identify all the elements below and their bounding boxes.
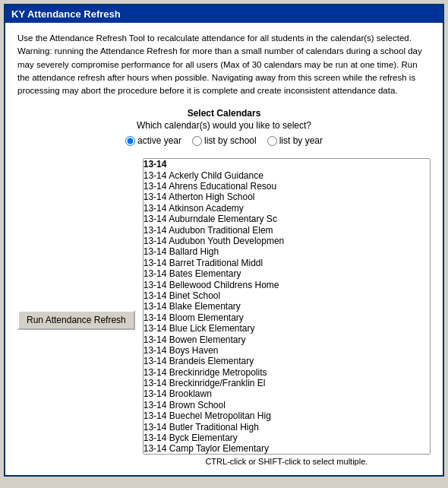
list-item[interactable]: 13-14 Blake Elementary	[144, 301, 430, 312]
list-item[interactable]: 13-14 Bates Elementary	[144, 268, 430, 279]
list-item[interactable]: 13-14 Bowen Elementary	[144, 334, 430, 345]
list-item[interactable]: 13-14 Ackerly Child Guidance	[144, 170, 430, 181]
select-calendars-section: Select Calendars Which calendar(s) would…	[17, 108, 431, 151]
list-item[interactable]: 13-14 Brown School	[144, 400, 430, 410]
window-title: KY Attendance Refresh	[11, 8, 121, 20]
radio-active-year-label: active year	[137, 135, 181, 146]
list-item[interactable]: 13-14 Camp Taylor Elementary	[144, 443, 430, 454]
hint-text: CTRL-click or SHIFT-click to select mult…	[143, 457, 431, 466]
list-item[interactable]: 13-14 Auburndale Elementary Sc	[144, 214, 430, 224]
list-item[interactable]: 13-14 Ahrens Educational Resou	[144, 181, 430, 192]
main-window: KY Attendance Refresh Use the Attendance…	[4, 4, 444, 477]
list-item[interactable]: 13-14 Byck Elementary	[144, 433, 430, 443]
list-container: 13-1413-14 Ackerly Child Guidance13-14 A…	[143, 158, 431, 466]
list-item[interactable]: 13-14 Bellewood Childrens Home	[144, 280, 430, 290]
list-item[interactable]: 13-14 Barret Traditional Middl	[144, 258, 430, 268]
radio-list-by-school[interactable]: list by school	[192, 135, 257, 146]
list-item[interactable]: 13-14 Atkinson Academy	[144, 203, 430, 214]
radio-list-by-year[interactable]: list by year	[267, 135, 323, 146]
radio-active-year-input[interactable]	[125, 136, 135, 146]
warning-text: Use the Attendance Refresh Tool to recal…	[17, 32, 431, 97]
radio-list-by-year-label: list by year	[279, 135, 323, 146]
list-item[interactable]: 13-14 Buechel Metropolitan Hig	[144, 410, 430, 421]
radio-list-by-year-input[interactable]	[267, 136, 277, 146]
list-item[interactable]: 13-14 Atherton High School	[144, 192, 430, 202]
list-item[interactable]: 13-14 Binet School	[144, 290, 430, 301]
select-subtitle: Which calendar(s) would you like to sele…	[137, 120, 311, 131]
run-refresh-button[interactable]: Run Attendance Refresh	[17, 310, 135, 330]
list-item[interactable]: 13-14	[144, 159, 430, 170]
radio-active-year[interactable]: active year	[125, 135, 181, 146]
title-bar: KY Attendance Refresh	[5, 5, 443, 23]
list-item[interactable]: 13-14 Bloom Elementary	[144, 312, 430, 323]
left-column: Run Attendance Refresh	[17, 158, 135, 330]
list-item[interactable]: 13-14 Boys Haven	[144, 345, 430, 356]
main-area: Run Attendance Refresh 13-1413-14 Ackerl…	[17, 158, 431, 466]
calendar-list[interactable]: 13-1413-14 Ackerly Child Guidance13-14 A…	[143, 158, 431, 455]
radio-list-by-school-input[interactable]	[192, 136, 202, 146]
list-item[interactable]: 13-14 Breckinridge Metropolits	[144, 367, 430, 378]
list-item[interactable]: 13-14 Breckinridge/Franklin El	[144, 378, 430, 388]
radio-list-by-school-label: list by school	[204, 135, 257, 146]
list-item[interactable]: 13-14 Audubon Traditional Elem	[144, 225, 430, 236]
list-item[interactable]: 13-14 Blue Lick Elementary	[144, 323, 430, 334]
radio-group: active year list by school list by year	[125, 135, 323, 146]
select-title: Select Calendars	[188, 108, 261, 119]
list-item[interactable]: 13-14 Brandeis Elementary	[144, 356, 430, 366]
list-item[interactable]: 13-14 Butler Traditional High	[144, 422, 430, 433]
list-item[interactable]: 13-14 Audubon Youth Developmen	[144, 236, 430, 246]
list-item[interactable]: 13-14 Ballard High	[144, 246, 430, 257]
list-item[interactable]: 13-14 Brooklawn	[144, 388, 430, 399]
